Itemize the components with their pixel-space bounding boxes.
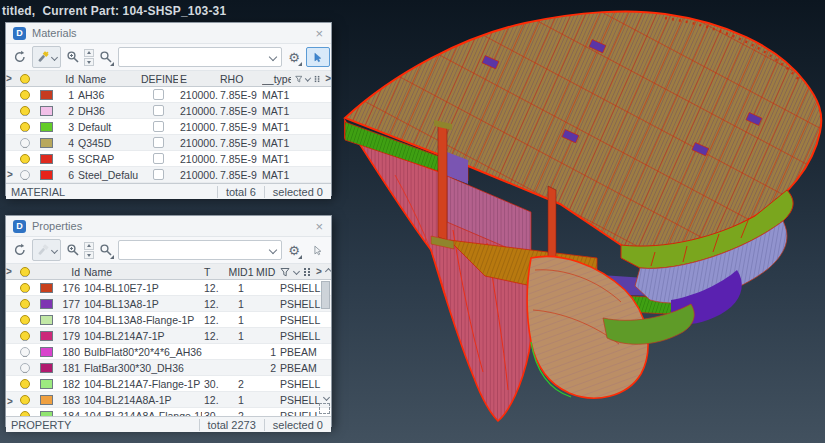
chevron-down-icon[interactable] [269,53,277,61]
column-settings-icon[interactable] [303,267,312,277]
select-mode-button[interactable] [306,47,330,67]
material-row[interactable]: 5 SCRAP 210000. 7.85E-9 MAT1 [6,151,331,167]
material-row[interactable]: 4 Q345D 210000. 7.85E-9 MAT1 [6,135,331,151]
visibility-bulb-icon[interactable] [20,379,30,389]
settings-button[interactable]: ⚙ [285,47,303,67]
col-t[interactable]: T [202,266,226,278]
material-row[interactable]: 6 Steel_Defalut 210000. 7.85E-9 MAT1 [6,167,331,183]
chevron-down-icon[interactable] [269,246,277,254]
visibility-bulb-icon[interactable] [20,122,30,132]
col-mid1[interactable]: MID1 [226,266,256,278]
property-id: 182 [58,378,80,390]
properties-table-header[interactable]: > Id Name T MID1 MID > [6,264,331,280]
material-row[interactable]: 3 Default 210000. 7.85E-9 MAT1 [6,119,331,135]
col-defined[interactable]: DEFINED [138,73,178,85]
col-rho[interactable]: RHO [220,73,260,85]
visibility-bulb-icon[interactable] [20,299,30,309]
col-id[interactable]: Id [58,73,74,85]
filter-funnel-icon[interactable] [280,267,290,277]
property-mid1: 1 [226,394,256,406]
scrollbar[interactable] [321,280,331,416]
materials-table-header[interactable]: > Id Name DEFINED E RHO __type_ > [6,71,331,87]
filter-input[interactable] [124,243,266,257]
scroll-down-icon[interactable] [323,394,330,401]
step-up-icon[interactable] [84,242,94,250]
more-columns-icon[interactable]: > [325,73,331,84]
visibility-bulb-icon[interactable] [20,106,30,116]
visibility-bulb-icon[interactable] [20,363,30,373]
close-icon[interactable]: × [314,27,324,40]
panel-title: Properties [32,220,308,232]
zoom-stepper[interactable] [84,49,94,66]
visibility-bulb-icon[interactable] [20,90,30,100]
property-row[interactable]: 176 104-BL10E7-1P 12. 1 PSHELL [6,280,331,296]
filter-input[interactable] [124,50,266,64]
property-row[interactable]: 181 FlatBar300*30_DH36 2 PBEAM [6,360,331,376]
defined-checkbox[interactable] [153,153,164,164]
defined-checkbox[interactable] [153,169,164,180]
visibility-bulb-icon[interactable] [20,138,30,148]
expander-column[interactable]: > [6,73,16,84]
property-mid: 1 [256,346,278,358]
select-mode-button[interactable] [306,240,330,260]
close-icon[interactable]: × [314,220,324,233]
properties-titlebar[interactable]: D Properties × [6,216,331,237]
column-settings-icon[interactable] [314,74,321,84]
chevron-down-icon[interactable] [305,75,311,81]
3d-viewport[interactable] [335,0,825,443]
step-up-icon[interactable] [84,49,94,57]
step-down-icon[interactable] [84,251,94,259]
zoom-stepper[interactable] [84,242,94,259]
settings-button[interactable]: ⚙ [285,240,303,260]
header-tools[interactable]: > [278,266,331,277]
refresh-button[interactable] [11,47,29,67]
more-columns-icon[interactable]: > [316,266,322,277]
visibility-bulb-icon[interactable] [20,170,30,180]
property-row[interactable]: 180 BulbFlat80*20*4*6_AH36 1 PBEAM [6,344,331,360]
col-type[interactable]: __type_ > [260,73,331,85]
visibility-bulb-icon[interactable] [20,154,30,164]
materials-titlebar[interactable]: D Materials × [6,23,331,44]
highlight-tool-group[interactable] [32,46,61,68]
col-id[interactable]: Id [58,266,80,278]
property-row[interactable]: 184 104-BL214A8A-Flange-1P 30. 2 PSHELL [6,408,331,416]
property-row[interactable]: 178 104-BL13A8-Flange-1P 12. 1 PSHELL [6,312,331,328]
material-row[interactable]: 2 DH36 210000. 7.85E-9 MAT1 [6,103,331,119]
refresh-button[interactable] [11,240,29,260]
property-row[interactable]: 183 104-BL214A8A-1P 12. 1 PSHELL [6,392,331,408]
col-mid[interactable]: MID [256,266,278,278]
chevron-down-icon[interactable] [293,268,300,275]
visibility-bulb-icon[interactable] [20,283,30,293]
defined-checkbox[interactable] [153,89,164,100]
visibility-bulb-icon[interactable] [20,315,30,325]
scrollbar-thumb[interactable] [321,281,330,309]
material-row[interactable]: 1 AH36 210000. 7.85E-9 MAT1 [6,87,331,103]
visibility-column [16,267,34,277]
magnifier-icon [66,243,80,257]
expander-column[interactable]: > [6,266,16,277]
scroll-up-icon[interactable] [325,268,331,275]
property-name: 104-BL214A7-Flange-1P [80,378,202,390]
visibility-bulb-icon[interactable] [20,395,30,405]
property-mid1: 2 [226,410,256,417]
col-name[interactable]: Name [74,73,138,85]
expand-icon[interactable] [319,403,330,414]
step-down-icon[interactable] [84,58,94,66]
property-row[interactable]: 179 104-BL214A7-1P 12. 1 PSHELL [6,328,331,344]
defined-checkbox[interactable] [153,105,164,116]
highlight-tool-group[interactable] [32,239,61,261]
defined-checkbox[interactable] [153,121,164,132]
zoom-button[interactable] [64,240,82,260]
property-row[interactable]: 182 104-BL214A7-Flange-1P 30. 2 PSHELL [6,376,331,392]
col-name[interactable]: Name [80,266,202,278]
search-button[interactable] [97,240,115,260]
search-button[interactable] [97,47,115,67]
visibility-bulb-icon[interactable] [20,331,30,341]
visibility-bulb-icon[interactable] [20,347,30,357]
defined-checkbox[interactable] [153,137,164,148]
col-e[interactable]: E [178,73,220,85]
filter-funnel-icon[interactable] [295,74,303,84]
visibility-bulb-icon[interactable] [20,411,30,417]
zoom-button[interactable] [64,47,82,67]
property-row[interactable]: 177 104-BL13A8-1P 12. 1 PSHELL [6,296,331,312]
